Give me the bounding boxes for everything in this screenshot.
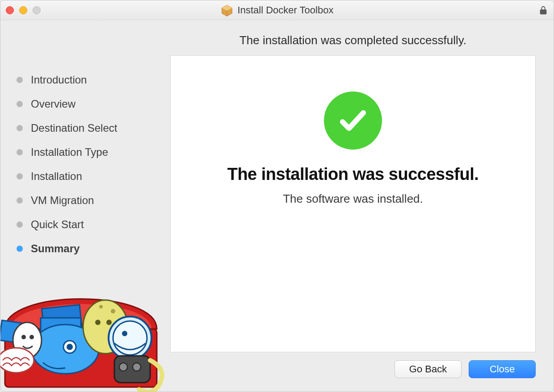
success-checkmark-icon — [324, 92, 382, 150]
step-label: Quick Start — [31, 218, 84, 231]
step-label: Overview — [31, 98, 76, 110]
svg-rect-22 — [114, 356, 150, 383]
step-destination-select: Destination Select — [17, 122, 157, 134]
step-bullet-icon — [17, 149, 23, 155]
maximize-window-button — [33, 6, 41, 14]
step-bullet-icon — [17, 101, 23, 107]
step-list: Introduction Overview Destination Select… — [17, 74, 157, 255]
svg-point-23 — [119, 363, 127, 371]
window-title: Install Docker Toolbox — [238, 4, 334, 16]
step-label: VM Migration — [31, 194, 94, 207]
result-panel: The installation was successful. The sof… — [170, 55, 536, 352]
step-quick-start: Quick Start — [17, 218, 157, 231]
svg-point-11 — [83, 300, 128, 354]
svg-rect-3 — [5, 329, 157, 387]
svg-point-18 — [29, 335, 34, 339]
step-installation-type: Installation Type — [17, 146, 157, 158]
step-label: Installation — [31, 170, 82, 183]
svg-rect-7 — [0, 320, 33, 344]
svg-point-14 — [111, 309, 115, 313]
svg-point-16 — [13, 322, 42, 358]
go-back-button[interactable]: Go Back — [395, 360, 462, 378]
step-introduction: Introduction — [17, 74, 157, 86]
svg-point-10 — [67, 344, 73, 350]
step-label: Destination Select — [31, 122, 117, 134]
step-bullet-icon — [17, 246, 23, 252]
window-controls — [6, 0, 41, 20]
step-bullet-icon — [17, 125, 23, 131]
step-bullet-icon — [17, 77, 23, 83]
step-bullet-icon — [17, 197, 23, 204]
svg-point-21 — [122, 331, 127, 336]
close-button[interactable]: Close — [469, 360, 536, 378]
svg-point-17 — [21, 335, 26, 339]
installer-window: Install Docker Toolbox Introduction Over… — [0, 0, 554, 392]
svg-rect-6 — [41, 318, 81, 342]
footer-buttons: Go Back Close — [170, 360, 536, 378]
svg-rect-5 — [42, 305, 82, 334]
package-icon — [221, 4, 233, 17]
content-area: Introduction Overview Destination Select… — [0, 20, 554, 392]
svg-point-12 — [95, 320, 101, 325]
main-panel-area: The installation was completed successfu… — [166, 20, 554, 392]
svg-point-20 — [113, 321, 147, 355]
step-bullet-icon — [17, 173, 23, 179]
step-label: Summary — [31, 242, 80, 255]
svg-point-25 — [0, 348, 34, 373]
success-heading: The installation was successful. — [227, 165, 479, 184]
step-overview: Overview — [17, 98, 157, 110]
sidebar: Introduction Overview Destination Select… — [0, 20, 166, 392]
svg-point-19 — [109, 317, 151, 359]
svg-point-9 — [63, 341, 76, 353]
svg-point-15 — [99, 305, 103, 309]
svg-point-13 — [106, 320, 112, 325]
step-label: Introduction — [31, 74, 87, 86]
step-bullet-icon — [17, 221, 23, 228]
titlebar: Install Docker Toolbox — [0, 0, 554, 20]
step-installation: Installation — [17, 170, 157, 183]
docker-toolbox-art-icon — [0, 249, 175, 392]
success-message: The software was installed. — [283, 192, 423, 206]
minimize-window-button[interactable] — [19, 6, 27, 14]
title-wrap: Install Docker Toolbox — [221, 4, 334, 17]
svg-point-24 — [133, 363, 141, 371]
step-vm-migration: VM Migration — [17, 194, 157, 207]
lock-icon — [538, 0, 548, 20]
step-label: Installation Type — [31, 146, 108, 158]
svg-point-8 — [32, 325, 99, 374]
svg-rect-4 — [72, 324, 90, 334]
page-subtitle: The installation was completed successfu… — [170, 33, 536, 47]
step-summary: Summary — [17, 242, 157, 255]
close-window-button[interactable] — [6, 6, 14, 14]
